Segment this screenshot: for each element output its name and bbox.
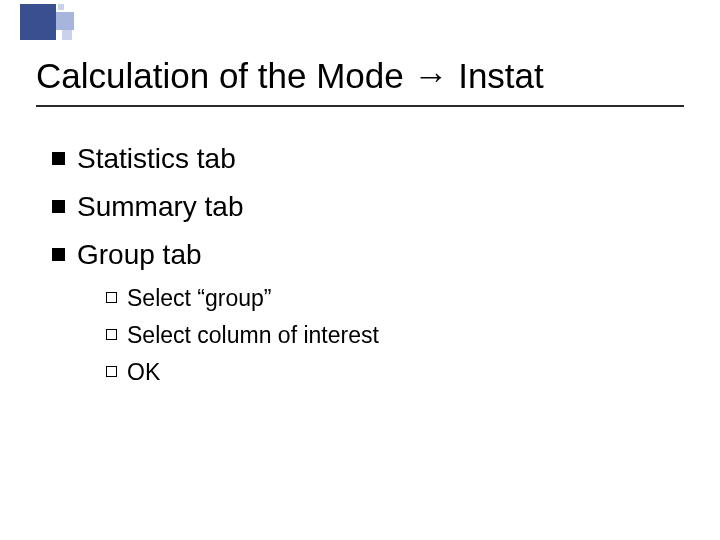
decorative-square-icon xyxy=(58,4,64,10)
sub-list: Select “group” Select column of interest… xyxy=(106,283,680,388)
filled-square-bullet-icon xyxy=(52,152,65,165)
list-item: OK xyxy=(106,357,680,388)
list-item-label: Select column of interest xyxy=(127,320,379,351)
hollow-square-bullet-icon xyxy=(106,329,117,340)
hollow-square-bullet-icon xyxy=(106,366,117,377)
list-item-label: OK xyxy=(127,357,160,388)
title-underline xyxy=(36,105,684,107)
slide: Calculation of the Mode → Instat Statist… xyxy=(0,0,720,540)
decorative-square-icon xyxy=(62,30,72,40)
decorative-square-icon xyxy=(20,4,56,40)
arrow-right-icon: → xyxy=(413,55,448,97)
slide-body: Statistics tab Summary tab Group tab Sel… xyxy=(52,140,680,395)
list-item-label: Group tab xyxy=(77,236,202,274)
decorative-square-icon xyxy=(56,12,74,30)
slide-title: Calculation of the Mode → Instat xyxy=(36,55,684,97)
filled-square-bullet-icon xyxy=(52,248,65,261)
decorative-corner xyxy=(0,0,78,40)
list-item-label: Select “group” xyxy=(127,283,271,314)
hollow-square-bullet-icon xyxy=(106,292,117,303)
list-item: Group tab xyxy=(52,236,680,274)
title-suffix: Instat xyxy=(448,56,543,95)
list-item-label: Summary tab xyxy=(77,188,244,226)
title-prefix: Calculation of the Mode xyxy=(36,56,413,95)
list-item: Summary tab xyxy=(52,188,680,226)
list-item: Statistics tab xyxy=(52,140,680,178)
list-item: Select “group” xyxy=(106,283,680,314)
filled-square-bullet-icon xyxy=(52,200,65,213)
list-item-label: Statistics tab xyxy=(77,140,236,178)
list-item: Select column of interest xyxy=(106,320,680,351)
